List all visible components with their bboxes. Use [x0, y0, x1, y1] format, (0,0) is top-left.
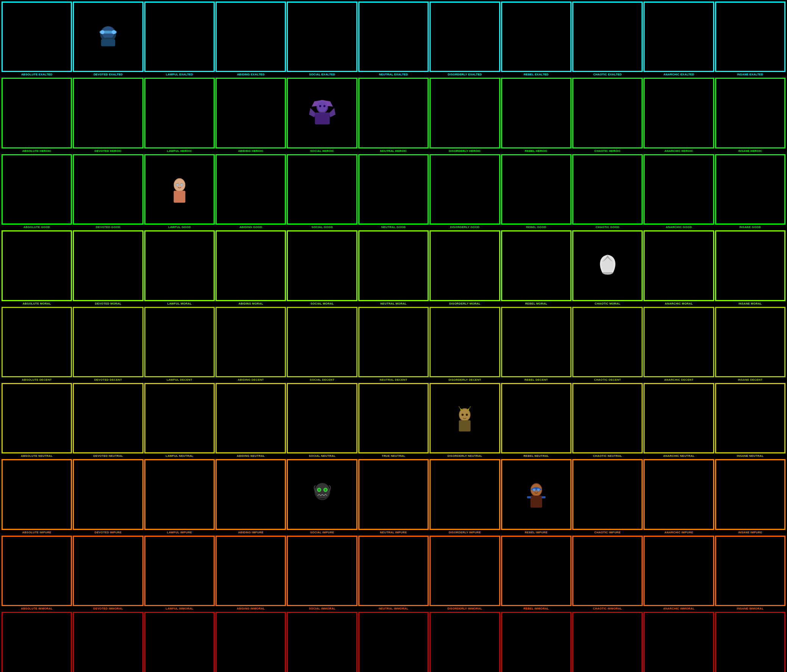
cell-label-immoral-10: INSANE IMMORAL — [736, 606, 764, 611]
cell-label-impure-4: SOCIAL IMPURE — [310, 530, 334, 535]
cell-box-heroic-4 — [287, 77, 357, 148]
svg-rect-16 — [174, 191, 185, 202]
svg-point-14 — [323, 105, 326, 107]
cell-box-moral-4 — [287, 230, 357, 301]
cell-immoral-1: DEVOTED IMMORAL — [73, 536, 143, 611]
cell-box-heroic-1 — [73, 77, 143, 148]
cell-box-neutral-5 — [358, 383, 429, 454]
cell-label-impure-5: NEUTRAL IMPURE — [379, 530, 407, 535]
cell-moral-0: ABSOLUTE MORAL — [2, 230, 72, 306]
cell-label-impure-2: LAWFUL IMPURE — [167, 530, 193, 535]
cell-decent-1: DEVOTED DECENT — [73, 307, 143, 382]
cell-label-exalted-8: CHAOTIC EXALTED — [593, 72, 622, 77]
cell-label-good-1: DEVOTED GOOD — [95, 225, 121, 229]
cell-label-heroic-1: DEVOTED HEROIC — [94, 149, 122, 153]
cell-decent-9: ANARCHIC DECENT — [643, 307, 714, 382]
cell-label-heroic-8: CHAOTIC HEROIC — [594, 149, 621, 153]
cell-decent-10: INSANE DECENT — [715, 307, 785, 382]
cell-box-impure-0 — [2, 459, 72, 530]
cell-box-heroic-10 — [715, 77, 785, 148]
cell-impure-3: ABIDING IMPURE — [215, 459, 286, 534]
cell-box-neutral-8 — [572, 383, 643, 454]
cell-box-evil-9 — [643, 612, 714, 672]
cell-label-exalted-10: INSANE EXALTED — [736, 72, 763, 77]
cell-good-7: REBEL GOOD — [501, 154, 572, 229]
cell-impure-6: DISORDERLY IMPURE — [430, 459, 500, 534]
cell-label-immoral-3: ABIDING IMMORAL — [236, 606, 265, 611]
cell-label-heroic-3: ABIDING HEROIC — [238, 149, 264, 153]
cell-label-good-8: CHAOTIC GOOD — [595, 225, 620, 229]
cell-decent-3: ABIDING DECENT — [215, 307, 286, 382]
cell-label-good-5: NEUTRAL GOOD — [381, 225, 406, 229]
cell-evil-3: ABIDING EVIL — [215, 612, 286, 672]
cell-box-immoral-3 — [215, 536, 286, 606]
cell-evil-1: DEVOTED EVIL — [73, 612, 143, 672]
cell-impure-5: NEUTRAL IMPURE — [358, 459, 429, 534]
cell-evil-2: LAWFUL EVIL — [144, 612, 215, 672]
cell-label-exalted-1: DEVOTED EXALTED — [93, 72, 123, 77]
cell-heroic-5: NEUTRAL HEROIC — [358, 77, 429, 153]
cell-label-exalted-6: DISORDERLY EXALTED — [447, 72, 482, 77]
cell-box-decent-5 — [358, 307, 429, 377]
cell-decent-0: ABSOLUTE DECENT — [2, 307, 72, 382]
cell-box-heroic-9 — [643, 77, 714, 148]
cell-label-exalted-4: SOCIAL EXALTED — [309, 72, 335, 77]
cell-label-immoral-4: SOCIAL IMMORAL — [308, 606, 335, 611]
cell-label-immoral-1: DEVOTED IMMORAL — [93, 606, 123, 611]
cell-label-impure-0: ABSOLUTE IMPURE — [22, 530, 52, 535]
cell-box-neutral-10 — [715, 383, 785, 454]
cell-label-heroic-5: NEUTRAL HEROIC — [379, 149, 407, 153]
cell-moral-2: LAWFUL MORAL — [144, 230, 215, 306]
cell-box-evil-10 — [715, 612, 785, 672]
cell-good-0: ABSOLUTE GOOD — [2, 154, 72, 229]
cell-heroic-7: REBEL HEROIC — [501, 77, 572, 153]
cell-impure-4: SOCIAL IMPURE — [287, 459, 357, 534]
svg-rect-37 — [530, 496, 542, 508]
cell-box-impure-6 — [430, 459, 500, 530]
svg-point-12 — [318, 101, 327, 112]
cell-good-2: LAWFUL GOOD — [144, 154, 215, 229]
cell-box-decent-6 — [430, 307, 500, 377]
cell-box-evil-0 — [2, 612, 72, 672]
cell-label-immoral-2: LAWFUL IMMORAL — [165, 606, 194, 611]
cell-box-exalted-0 — [2, 2, 72, 72]
cell-label-decent-6: DISORDERLY DECENT — [448, 377, 481, 382]
svg-point-25 — [461, 414, 464, 416]
cell-moral-7: REBEL MORAL — [501, 230, 572, 306]
cell-label-heroic-4: SOCIAL HEROIC — [310, 149, 334, 153]
cell-box-exalted-8 — [572, 2, 643, 72]
svg-rect-11 — [315, 112, 329, 124]
cell-impure-1: DEVOTED IMPURE — [73, 459, 143, 534]
cell-label-impure-8: CHAOTIC IMPURE — [594, 530, 621, 535]
cell-box-neutral-4 — [287, 383, 357, 454]
cell-label-neutral-7: REBEL NEUTRAL — [523, 454, 549, 459]
cell-neutral-6: DISORDERLY NEUTRAL — [430, 383, 500, 459]
cell-impure-8: CHAOTIC IMPURE — [572, 459, 643, 534]
cell-box-good-5 — [358, 154, 429, 225]
cell-label-exalted-7: REBEL EXALTED — [523, 72, 549, 77]
cell-exalted-10: INSANE EXALTED — [715, 2, 785, 77]
svg-rect-35 — [533, 489, 536, 491]
cell-box-moral-1 — [73, 230, 143, 301]
cell-label-decent-8: CHAOTIC DECENT — [593, 377, 621, 382]
cell-heroic-8: CHAOTIC HEROIC — [572, 77, 643, 153]
svg-point-26 — [466, 414, 468, 416]
cell-box-impure-4 — [287, 459, 357, 530]
cell-exalted-2: LAWFUL EXALTED — [144, 2, 215, 77]
cell-label-immoral-7: REBEL IMMORAL — [523, 606, 549, 611]
cell-box-decent-0 — [2, 307, 72, 377]
cell-label-impure-6: DISORDERLY IMPURE — [449, 530, 481, 535]
cell-box-good-3 — [215, 154, 286, 225]
cell-heroic-10: INSANE HEROIC — [715, 77, 785, 153]
cell-label-heroic-0: ABSOLUTE HEROIC — [22, 149, 52, 153]
cell-box-impure-5 — [358, 459, 429, 530]
cell-decent-4: SOCIAL DECENT — [287, 307, 357, 382]
cell-label-neutral-8: CHAOTIC NEUTRAL — [593, 454, 623, 459]
cell-label-immoral-5: NEUTRAL IMMORAL — [378, 606, 409, 611]
cell-immoral-3: ABIDING IMMORAL — [215, 536, 286, 611]
cell-label-immoral-8: CHAOTIC IMMORAL — [593, 606, 623, 611]
cell-box-neutral-1 — [73, 383, 143, 454]
cell-box-heroic-0 — [2, 77, 72, 148]
cell-label-neutral-10: INSANE NEUTRAL — [736, 454, 764, 459]
cell-label-good-2: LAWFUL GOOD — [168, 225, 191, 229]
